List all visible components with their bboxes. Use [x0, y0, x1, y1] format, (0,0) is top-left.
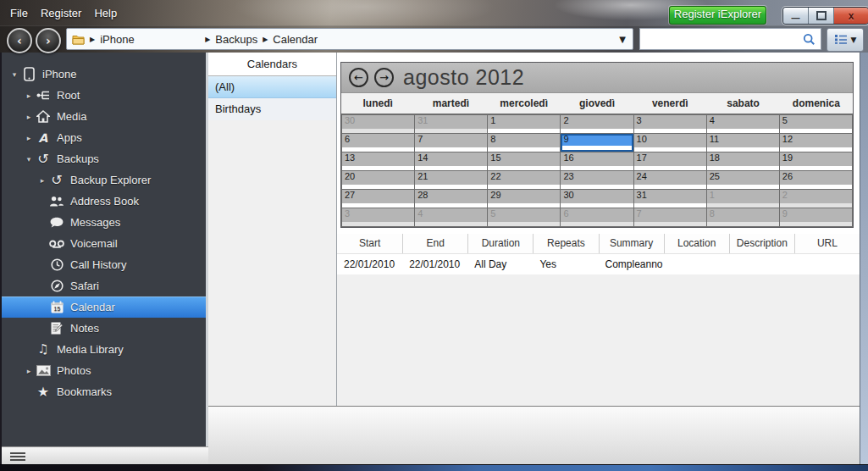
calendar-day-cell[interactable]: 30: [342, 115, 414, 133]
calendar-next-button[interactable]: →: [374, 68, 394, 87]
calendar-day-cell[interactable]: 23: [561, 171, 633, 189]
sidebar-item-call-history[interactable]: Call History: [0, 254, 206, 275]
minimize-button[interactable]: —: [783, 8, 809, 24]
events-column-header-end[interactable]: End: [402, 234, 467, 253]
nav-back-button[interactable]: ‹: [7, 28, 32, 53]
sidebar-item-backups[interactable]: ▾↺Backups: [0, 148, 206, 169]
search-input[interactable]: [640, 31, 803, 47]
sidebar-item-backup-explorer[interactable]: ▸↺Backup Explorer: [0, 169, 206, 191]
nav-forward-button[interactable]: ›: [36, 28, 61, 53]
calendar-day-cell[interactable]: 10: [634, 134, 706, 152]
sidebar-item-messages[interactable]: Messages: [0, 212, 206, 233]
events-column-header-repeats[interactable]: Repeats: [533, 234, 598, 253]
calendar-day-cell[interactable]: 4: [707, 115, 779, 133]
calendar-prev-button[interactable]: ←: [349, 68, 368, 87]
search-icon[interactable]: [803, 33, 815, 46]
calendar-day-cell[interactable]: 7: [634, 208, 706, 226]
calendar-day-cell[interactable]: 4: [415, 208, 487, 226]
calendar-day-cell[interactable]: 13: [342, 152, 414, 170]
sidebar-item-media-library[interactable]: ♫Media Library: [0, 339, 206, 360]
calendar-list-item-all[interactable]: (All): [208, 76, 336, 98]
sidebar-item-apps[interactable]: ▸AApps: [0, 127, 206, 148]
collapsed-arrow-icon[interactable]: ▸: [23, 134, 35, 142]
day-event-strip: [562, 146, 631, 150]
collapsed-arrow-icon[interactable]: ▸: [23, 113, 35, 121]
calendar-day-cell[interactable]: 30: [561, 190, 633, 208]
collapsed-arrow-icon[interactable]: ▸: [36, 176, 48, 185]
calendar-day-cell[interactable]: 31: [634, 190, 706, 208]
calendar-day-cell[interactable]: 5: [780, 115, 852, 133]
event-row[interactable]: 22/01/201022/01/2010All DayYesCompleanno: [337, 254, 860, 274]
view-options-button[interactable]: ▼: [827, 28, 864, 52]
sidebar-item-calendar[interactable]: 15Calendar: [0, 296, 206, 318]
calendar-day-cell[interactable]: 27: [342, 190, 414, 208]
day-event-strip: [634, 129, 706, 133]
calendar-day-cell[interactable]: 11: [707, 134, 779, 152]
menu-file[interactable]: File: [10, 7, 28, 19]
collapsed-arrow-icon[interactable]: ▸: [23, 367, 35, 375]
collapsed-arrow-icon[interactable]: ▸: [23, 91, 35, 100]
breadcrumb-item-backups[interactable]: Backups: [215, 33, 257, 46]
sidebar-item-bookmarks[interactable]: ★Bookmarks: [0, 381, 206, 402]
day-number: 26: [782, 171, 793, 181]
sidebar-item-address-book[interactable]: Address Book: [0, 191, 206, 212]
events-column-header-url[interactable]: URL: [794, 234, 860, 253]
sidebar-item-photos[interactable]: ▸Photos: [0, 360, 206, 381]
register-iexplorer-button[interactable]: Register iExplorer: [669, 6, 766, 25]
calendar-day-cell[interactable]: 14: [415, 152, 487, 170]
breadcrumb-item-iphone[interactable]: iPhone: [100, 33, 200, 46]
calendar-day-cell[interactable]: 15: [488, 152, 560, 170]
calendar-day-cell[interactable]: 24: [634, 171, 706, 189]
calendar-day-cell[interactable]: 20: [342, 171, 414, 189]
menu-help[interactable]: Help: [94, 7, 117, 19]
calendar-day-cell[interactable]: 9: [780, 208, 852, 226]
sidebar-item-voicemail[interactable]: Voicemail: [0, 233, 206, 254]
menu-register[interactable]: Register: [41, 7, 81, 19]
calendar-day-cell[interactable]: 17: [634, 152, 706, 170]
sidebar-item-iphone[interactable]: ▾iPhone: [0, 64, 206, 85]
calendar-day-cell[interactable]: 3: [342, 208, 414, 226]
calendar-day-cell-selected[interactable]: 9: [561, 134, 633, 152]
events-column-header-start[interactable]: Start: [337, 234, 402, 253]
calendar-day-cell[interactable]: 2: [780, 190, 852, 208]
sidebar-item-notes[interactable]: Notes: [0, 318, 206, 339]
maximize-button[interactable]: [809, 8, 834, 24]
calendar-day-cell[interactable]: 18: [707, 152, 779, 170]
calendar-day-cell[interactable]: 16: [561, 152, 633, 170]
calendar-day-cell[interactable]: 28: [415, 190, 487, 208]
calendar-day-cell[interactable]: 2: [561, 115, 633, 133]
calendar-day-cell[interactable]: 3: [634, 115, 706, 133]
calendar-day-cell[interactable]: 1: [488, 115, 560, 133]
calendar-day-cell[interactable]: 19: [780, 152, 852, 170]
sidebar-item-safari[interactable]: Safari: [0, 275, 206, 296]
expanded-arrow-icon[interactable]: ▾: [8, 70, 20, 79]
breadcrumb-dropdown-icon[interactable]: ▼: [619, 35, 626, 44]
calendar-icon: 15: [48, 301, 65, 313]
events-column-header-duration[interactable]: Duration: [467, 234, 533, 253]
calendar-day-cell[interactable]: 12: [780, 134, 852, 152]
calendar-day-cell[interactable]: 22: [488, 171, 560, 189]
calendar-day-cell[interactable]: 5: [488, 208, 560, 226]
calendar-day-cell[interactable]: 29: [488, 190, 560, 208]
calendar-day-cell[interactable]: 21: [415, 171, 487, 189]
menu-hamburger-icon[interactable]: [10, 452, 25, 461]
calendar-day-cell[interactable]: 7: [415, 134, 487, 152]
calendar-list-item-birthdays[interactable]: Birthdays: [208, 98, 336, 120]
calendar-day-cell[interactable]: 1: [707, 190, 779, 208]
events-column-header-summary[interactable]: Summary: [599, 234, 664, 253]
footer-toolbar: [0, 446, 208, 464]
events-column-header-location[interactable]: Location: [664, 234, 729, 253]
calendar-day-cell[interactable]: 25: [707, 171, 779, 189]
calendar-day-cell[interactable]: 6: [342, 134, 414, 152]
breadcrumb-item-calendar[interactable]: Calendar: [273, 33, 318, 46]
calendar-day-cell[interactable]: 8: [488, 134, 560, 152]
events-column-header-description[interactable]: Description: [729, 234, 794, 253]
calendar-day-cell[interactable]: 26: [780, 171, 852, 189]
sidebar-item-media[interactable]: ▸Media: [0, 106, 206, 127]
calendar-day-cell[interactable]: 8: [707, 208, 779, 226]
sidebar-item-root[interactable]: ▸Root: [0, 85, 206, 106]
calendar-day-cell[interactable]: 6: [561, 208, 633, 226]
close-button[interactable]: x: [834, 8, 868, 24]
calendar-day-cell[interactable]: 31: [415, 115, 487, 133]
expanded-arrow-icon[interactable]: ▾: [23, 155, 35, 163]
